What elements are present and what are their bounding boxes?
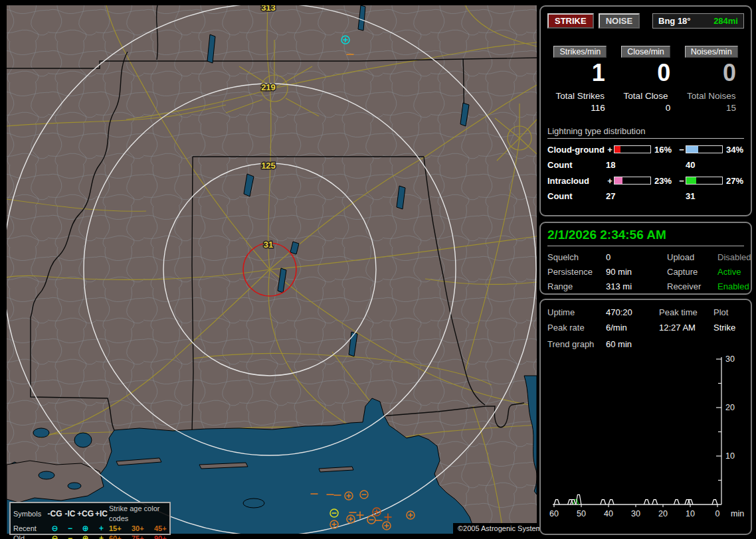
copyright-notice: ©2005 Astrogenic Systems: [453, 523, 550, 534]
receiver-status: Enabled: [717, 281, 751, 291]
capture-status: Active: [717, 267, 751, 277]
minus-sign: −: [678, 176, 686, 186]
legend-row-recent-label: Recent: [13, 524, 47, 534]
receiver-label: Receiver: [667, 281, 717, 291]
svg-text:0: 0: [715, 509, 720, 518]
upload-label: Upload: [667, 252, 717, 262]
svg-text:min: min: [731, 509, 744, 518]
persistence-label: Persistence: [547, 267, 606, 277]
cg-count-label: Count: [547, 160, 606, 170]
svg-text:40: 40: [604, 509, 613, 518]
age-75: 75+: [132, 534, 154, 539]
cg-neg-percent: 34%: [723, 145, 748, 155]
ring-label-31: 31: [264, 240, 273, 250]
cloud-ground-label: Cloud-ground: [547, 145, 606, 155]
peak-rate-value: 6/min: [606, 323, 659, 333]
bearing-distance: 284mi: [713, 16, 738, 26]
plus-sign: +: [606, 176, 614, 186]
strike-button[interactable]: STRIKE: [547, 13, 594, 29]
map-area: 313 219 125 31 Symbols -CG -IC +CG +IC S…: [7, 5, 537, 534]
total-noises-value: 15: [678, 103, 744, 113]
total-noises-label: Total Noises: [678, 91, 744, 101]
old-cg-neg-icon: ⊖: [47, 534, 63, 539]
svg-text:50: 50: [577, 509, 586, 518]
noise-button[interactable]: NOISE: [599, 13, 640, 29]
age-90: 90+: [154, 534, 174, 539]
strike-stats-panel: STRIKE NOISE Bng 18° 284mi Strikes/min 1…: [539, 5, 752, 216]
peak-time-value: 12:27 AM: [659, 323, 713, 333]
recent-cg-neg-icon: ⊖: [47, 524, 63, 534]
trend-panel: Uptime 470:20 Peak time Plot Peak rate 6…: [539, 299, 752, 535]
datetime-display: 2/1/2026 2:34:56 AM: [547, 228, 744, 246]
legend-col-ic-neg: -IC: [63, 509, 77, 519]
range-label: Range: [547, 281, 606, 291]
lightning-tracker-app: 313 219 125 31 Symbols -CG -IC +CG +IC S…: [0, 0, 756, 539]
old-cg-pos-icon: ⊕: [77, 534, 94, 539]
age-60: 60+: [109, 534, 132, 539]
noises-per-min-label: Noises/min: [685, 46, 738, 58]
svg-text:10: 10: [725, 451, 735, 461]
strikes-per-min-value: 1: [547, 60, 613, 86]
ic-pos-bar: [614, 177, 651, 185]
cg-pos-bar: [614, 145, 651, 153]
bearing-display: Bng 18° 284mi: [652, 13, 744, 29]
svg-text:30: 30: [631, 509, 640, 518]
svg-text:30: 30: [725, 354, 735, 364]
legend-row-old-label: Old: [13, 534, 47, 539]
svg-text:60: 60: [549, 509, 559, 518]
ic-pos-percent: 23%: [651, 176, 678, 186]
status-panel: 2/1/2026 2:34:56 AM Squelch 0 Upload Dis…: [539, 222, 752, 295]
total-strikes-label: Total Strikes: [547, 91, 613, 101]
persistence-value: 90 min: [606, 267, 667, 277]
bearing-label: Bng 18°: [658, 16, 691, 26]
cg-neg-bar: [686, 145, 723, 153]
ring-label-125: 125: [261, 161, 276, 171]
peak-rate-label: Peak rate: [547, 323, 606, 333]
uptime-label: Uptime: [547, 307, 606, 317]
svg-text:20: 20: [658, 509, 668, 518]
recent-ic-neg-icon: −: [63, 524, 77, 534]
close-per-min-label: Close/min: [621, 46, 670, 58]
trend-graph-window: 60 min: [606, 339, 744, 349]
peak-time-label: Peak time: [659, 307, 713, 317]
svg-text:20: 20: [725, 403, 735, 412]
squelch-value: 0: [606, 252, 667, 262]
legend-age-header: Strike age color codes: [109, 504, 174, 524]
trend-graph-label: Trend graph: [547, 339, 606, 349]
noises-per-min-value: 0: [678, 60, 744, 86]
ring-label-313: 313: [261, 5, 276, 13]
legend-col-cg-neg: -CG: [47, 509, 63, 519]
strikes-column: Strikes/min 1 Total Strikes 116: [547, 46, 613, 113]
map-legend: Symbols -CG -IC +CG +IC Strike age color…: [9, 502, 171, 535]
capture-label: Capture: [667, 267, 717, 277]
total-close-value: 0: [613, 103, 679, 113]
old-ic-pos-icon: +: [94, 534, 109, 539]
ring-label-219: 219: [261, 82, 276, 92]
squelch-label: Squelch: [547, 252, 606, 262]
ic-neg-percent: 27%: [723, 176, 748, 186]
lightning-distribution: Lightning type distribution Cloud-ground…: [547, 126, 744, 201]
ic-neg-count: 31: [686, 191, 744, 201]
recent-cg-pos-icon: ⊕: [77, 524, 94, 534]
close-per-min-value: 0: [613, 60, 679, 86]
age-45: 45+: [154, 524, 174, 534]
svg-text:10: 10: [686, 509, 695, 518]
ic-count-label: Count: [547, 191, 606, 201]
close-column: Close/min 0 Total Close 0: [613, 46, 679, 113]
upload-status: Disabled: [717, 252, 751, 262]
recent-ic-pos-icon: +: [94, 524, 109, 534]
total-strikes-value: 116: [547, 103, 613, 113]
ic-pos-count: 27: [606, 191, 686, 201]
distribution-header: Lightning type distribution: [547, 126, 744, 139]
total-close-label: Total Close: [613, 91, 679, 101]
legend-col-ic-pos: +IC: [94, 509, 109, 519]
plot-mode-value: Strike: [713, 323, 744, 333]
trend-graph-chart: 1020306050403020100min: [547, 353, 747, 519]
old-ic-neg-icon: −: [63, 534, 77, 539]
uptime-value: 470:20: [606, 307, 659, 317]
cg-neg-count: 40: [686, 160, 744, 170]
map-canvas: 313 219 125 31: [7, 5, 537, 534]
minus-sign: −: [678, 145, 686, 155]
age-30: 30+: [132, 524, 154, 534]
range-value: 313 mi: [606, 281, 667, 291]
